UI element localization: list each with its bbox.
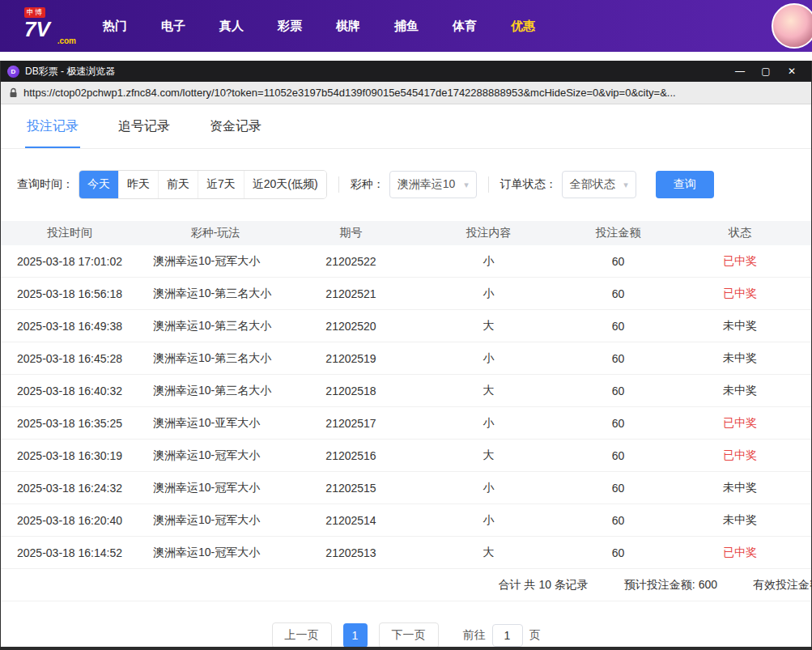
cell-status: 未中奖 <box>669 384 811 398</box>
cell-time: 2025-03-18 16:45:28 <box>1 352 138 365</box>
nav-item-fishing[interactable]: 捕鱼 <box>377 19 436 34</box>
cell-amount: 60 <box>568 417 669 430</box>
cell-status: 已中奖 <box>669 254 811 269</box>
goto-page-input[interactable] <box>492 624 523 647</box>
cell-amount: 60 <box>568 352 669 365</box>
chevron-down-icon: ▾ <box>623 180 628 190</box>
table-row: 2025-03-18 16:35:25 澳洲幸运10-亚军大小 21202517… <box>1 407 811 440</box>
nav-item-sports[interactable]: 体育 <box>436 19 494 34</box>
nav-item-hot[interactable]: 热门 <box>86 19 144 34</box>
table-row: 2025-03-18 16:14:52 澳洲幸运10-冠军大小 21202513… <box>1 537 811 569</box>
nav-item-chess[interactable]: 棋牌 <box>319 19 377 34</box>
maximize-icon[interactable]: ▢ <box>753 66 779 77</box>
search-button[interactable]: 查询 <box>656 171 714 198</box>
cell-amount: 60 <box>568 546 669 559</box>
logo-badge: 申博 <box>24 7 45 18</box>
cell-issue: 21202515 <box>292 482 410 495</box>
lock-icon <box>9 87 18 98</box>
time-option-today[interactable]: 今天 <box>79 171 119 198</box>
lottery-select-value: 澳洲幸运10 <box>397 177 456 192</box>
window-title-bar[interactable]: D DB彩票 - 极速浏览器 — ▢ ✕ <box>1 61 811 82</box>
cell-amount: 60 <box>568 287 669 300</box>
cell-time: 2025-03-18 16:30:19 <box>1 449 138 462</box>
filter-bar: 查询时间： 今天 昨天 前天 近7天 近20天(低频) 彩种： 澳洲幸运10 ▾… <box>1 170 811 199</box>
goto-page: 前往 页 <box>463 624 541 647</box>
prev-page-button[interactable]: 上一页 <box>272 622 332 648</box>
table-row: 2025-03-18 16:56:18 澳洲幸运10-第三名大小 2120252… <box>1 278 811 310</box>
cell-content: 大 <box>410 546 568 560</box>
cell-content: 小 <box>410 481 568 495</box>
page-number-current[interactable]: 1 <box>343 623 368 648</box>
cell-issue: 21202514 <box>292 514 410 527</box>
cell-game: 澳洲幸运10-冠军大小 <box>138 448 292 463</box>
nav-item-lottery[interactable]: 彩票 <box>261 19 319 34</box>
table-header: 投注时间 彩种-玩法 期号 投注内容 投注金额 状态 <box>1 221 811 245</box>
status-select[interactable]: 全部状态 ▾ <box>562 171 636 198</box>
minimize-icon[interactable]: — <box>727 66 753 77</box>
url-bar[interactable]: https://ctop02pchwp1.zfnc84.com/lottery/… <box>1 82 811 104</box>
summary-valid: 有效投注金额: 600 <box>753 578 811 593</box>
nav-item-live[interactable]: 真人 <box>202 19 261 34</box>
cell-status: 未中奖 <box>669 319 811 333</box>
url-text[interactable]: https://ctop02pchwp1.zfnc84.com/lottery/… <box>23 87 676 99</box>
summary-bar: 合计 共 10 条记录 预计投注金额: 600 有效投注金额: 600 <box>1 569 811 601</box>
window-bottom-edge <box>0 647 812 650</box>
table-row: 2025-03-18 16:49:38 澳洲幸运10-第三名大小 2120252… <box>1 310 811 342</box>
summary-expected: 预计投注金额: 600 <box>624 578 717 593</box>
lottery-select[interactable]: 澳洲幸运10 ▾ <box>389 171 477 198</box>
nav-item-slots[interactable]: 电子 <box>144 19 202 34</box>
site-logo[interactable]: 申博 7V .com <box>24 7 76 45</box>
cell-content: 大 <box>410 319 568 333</box>
close-icon[interactable]: ✕ <box>779 66 805 77</box>
time-option-daybefore[interactable]: 前天 <box>159 171 198 198</box>
time-option-yesterday[interactable]: 昨天 <box>119 171 159 198</box>
header-issue: 期号 <box>292 226 410 240</box>
cell-content: 小 <box>410 287 568 301</box>
cell-game: 澳洲幸运10-冠军大小 <box>138 546 292 560</box>
cell-game: 澳洲幸运10-第三名大小 <box>138 351 292 366</box>
header-bet-time: 投注时间 <box>1 226 138 240</box>
next-page-button[interactable]: 下一页 <box>379 622 439 648</box>
cell-amount: 60 <box>568 320 669 333</box>
tab-bet-records[interactable]: 投注记录 <box>25 104 80 148</box>
chevron-down-icon: ▾ <box>464 180 469 190</box>
site-nav: 申博 7V .com 热门 电子 真人 彩票 棋牌 捕鱼 体育 优惠 <box>0 0 812 52</box>
nav-item-promotions[interactable]: 优惠 <box>494 19 552 34</box>
logo-suffix: .com <box>57 37 76 45</box>
cell-time: 2025-03-18 16:24:32 <box>1 482 138 495</box>
time-option-last7days[interactable]: 近7天 <box>198 171 244 198</box>
goto-page-suffix: 页 <box>529 628 541 643</box>
table-row: 2025-03-18 16:30:19 澳洲幸运10-冠军大小 21202516… <box>1 440 811 472</box>
table-body: 2025-03-18 17:01:02 澳洲幸运10-冠军大小 21202522… <box>1 245 811 569</box>
tab-chase-records[interactable]: 追号记录 <box>117 104 172 148</box>
cell-time: 2025-03-18 16:35:25 <box>1 417 138 430</box>
tab-fund-records[interactable]: 资金记录 <box>208 104 263 148</box>
time-option-last20days[interactable]: 近20天(低频) <box>244 171 326 198</box>
header-bet-amount: 投注金额 <box>568 226 669 240</box>
table-row: 2025-03-18 16:24:32 澳洲幸运10-冠军大小 21202515… <box>1 472 811 504</box>
cell-game: 澳洲幸运10-第三名大小 <box>138 384 292 398</box>
cell-status: 已中奖 <box>669 448 811 463</box>
user-avatar[interactable] <box>772 3 812 49</box>
cell-issue: 21202516 <box>292 449 410 462</box>
cell-content: 小 <box>410 513 568 528</box>
page-gap <box>0 52 812 61</box>
bet-records-table: 投注时间 彩种-玩法 期号 投注内容 投注金额 状态 2025-03-18 17… <box>1 221 811 569</box>
lottery-filter-label: 彩种： <box>351 177 385 192</box>
status-select-value: 全部状态 <box>570 177 615 192</box>
filter-divider <box>338 176 339 193</box>
cell-game: 澳洲幸运10-冠军大小 <box>138 481 292 495</box>
window-controls: — ▢ ✕ <box>727 66 805 77</box>
cell-content: 大 <box>410 384 568 398</box>
cell-content: 小 <box>410 351 568 366</box>
cell-time: 2025-03-18 16:49:38 <box>1 320 138 333</box>
summary-total: 合计 共 10 条记录 <box>499 578 589 593</box>
cell-issue: 21202519 <box>292 352 410 365</box>
main-nav: 热门 电子 真人 彩票 棋牌 捕鱼 体育 优惠 <box>86 19 552 34</box>
goto-label: 前往 <box>463 628 486 643</box>
header-game-play: 彩种-玩法 <box>138 226 292 240</box>
cell-status: 未中奖 <box>669 481 811 495</box>
cell-status: 已中奖 <box>669 416 811 431</box>
cell-time: 2025-03-18 16:40:32 <box>1 384 138 397</box>
cell-game: 澳洲幸运10-冠军大小 <box>138 254 292 269</box>
